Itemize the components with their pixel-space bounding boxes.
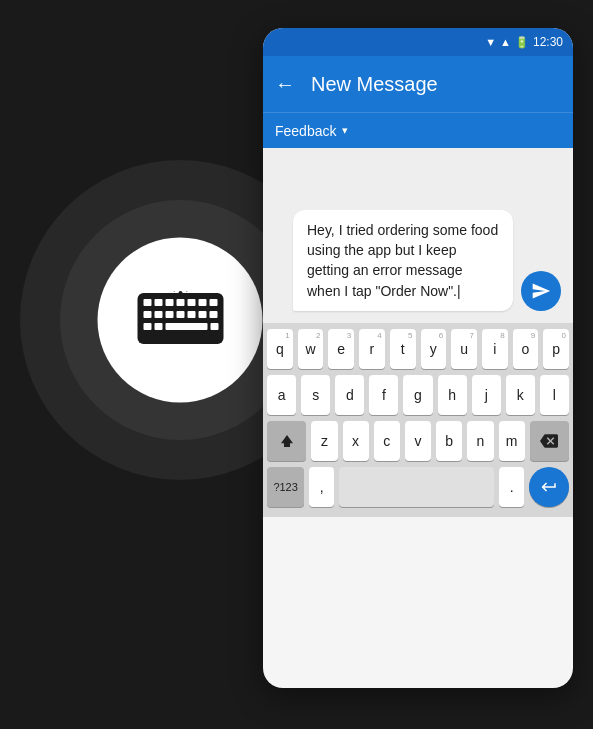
- status-time: 12:30: [533, 35, 563, 49]
- app-bar: ← New Message: [263, 56, 573, 112]
- keyboard-row-zxcv: z x c v b n m: [267, 421, 569, 461]
- send-icon: [531, 281, 551, 301]
- svg-rect-7: [209, 299, 217, 306]
- keyboard-icon: [135, 291, 225, 350]
- send-button[interactable]: [521, 271, 561, 311]
- key-i[interactable]: i8: [482, 329, 508, 369]
- svg-rect-6: [198, 299, 206, 306]
- sub-bar: Feedback ▾: [263, 112, 573, 148]
- svg-rect-11: [176, 311, 184, 318]
- svg-rect-17: [165, 323, 207, 330]
- key-u[interactable]: u7: [451, 329, 477, 369]
- svg-rect-16: [154, 323, 162, 330]
- key-y[interactable]: y6: [421, 329, 447, 369]
- key-z[interactable]: z: [311, 421, 337, 461]
- svg-rect-18: [210, 323, 218, 330]
- key-p[interactable]: p0: [543, 329, 569, 369]
- sym-key[interactable]: ?123: [267, 467, 304, 507]
- key-v[interactable]: v: [405, 421, 431, 461]
- svg-rect-13: [198, 311, 206, 318]
- back-button[interactable]: ←: [275, 73, 295, 96]
- category-label: Feedback: [275, 123, 336, 139]
- svg-rect-8: [143, 311, 151, 318]
- key-t[interactable]: t5: [390, 329, 416, 369]
- key-o[interactable]: o9: [513, 329, 539, 369]
- phone-mockup: ▼ ▲ 🔋 12:30 ← New Message Feedback ▾ Hey…: [263, 28, 573, 688]
- svg-rect-3: [165, 299, 173, 306]
- keyboard: q1 w2 e3 r4 t5 y6 u7 i8 o9 p0 a s d f g …: [263, 323, 573, 517]
- circle-inner: [98, 238, 263, 403]
- comma-key[interactable]: ,: [309, 467, 334, 507]
- key-k[interactable]: k: [506, 375, 535, 415]
- space-key[interactable]: [339, 467, 494, 507]
- svg-rect-15: [143, 323, 151, 330]
- delete-icon: [540, 432, 558, 450]
- key-w[interactable]: w2: [298, 329, 324, 369]
- svg-rect-2: [154, 299, 162, 306]
- key-c[interactable]: c: [374, 421, 400, 461]
- svg-rect-12: [187, 311, 195, 318]
- shift-key[interactable]: [267, 421, 306, 461]
- status-bar: ▼ ▲ 🔋 12:30: [263, 28, 573, 56]
- keyboard-row-bottom: ?123 , .: [267, 467, 569, 507]
- wifi-icon: ▼: [485, 36, 496, 48]
- svg-point-19: [178, 291, 182, 295]
- key-g[interactable]: g: [403, 375, 432, 415]
- key-l[interactable]: l: [540, 375, 569, 415]
- svg-rect-5: [187, 299, 195, 306]
- svg-rect-9: [154, 311, 162, 318]
- svg-rect-4: [176, 299, 184, 306]
- svg-rect-14: [209, 311, 217, 318]
- shift-icon: [278, 432, 296, 450]
- key-e[interactable]: e3: [328, 329, 354, 369]
- key-f[interactable]: f: [369, 375, 398, 415]
- status-icons: ▼ ▲ 🔋 12:30: [485, 35, 563, 49]
- enter-key[interactable]: [529, 467, 569, 507]
- message-bubble: Hey, I tried ordering some food using th…: [293, 210, 513, 311]
- key-x[interactable]: x: [343, 421, 369, 461]
- svg-rect-1: [143, 299, 151, 306]
- key-m[interactable]: m: [499, 421, 525, 461]
- signal-icon: ▲: [500, 36, 511, 48]
- delete-key[interactable]: [530, 421, 569, 461]
- key-d[interactable]: d: [335, 375, 364, 415]
- message-area: Hey, I tried ordering some food using th…: [263, 148, 573, 323]
- svg-rect-10: [165, 311, 173, 318]
- key-r[interactable]: r4: [359, 329, 385, 369]
- keyboard-row-qwerty: q1 w2 e3 r4 t5 y6 u7 i8 o9 p0: [267, 329, 569, 369]
- key-n[interactable]: n: [467, 421, 493, 461]
- dropdown-arrow-icon[interactable]: ▾: [342, 124, 348, 137]
- key-s[interactable]: s: [301, 375, 330, 415]
- app-title: New Message: [311, 73, 561, 96]
- enter-icon: [540, 478, 558, 496]
- key-b[interactable]: b: [436, 421, 462, 461]
- period-key[interactable]: .: [499, 467, 524, 507]
- battery-icon: 🔋: [515, 36, 529, 49]
- key-h[interactable]: h: [438, 375, 467, 415]
- keyboard-row-asdf: a s d f g h j k l: [267, 375, 569, 415]
- key-a[interactable]: a: [267, 375, 296, 415]
- key-j[interactable]: j: [472, 375, 501, 415]
- key-q[interactable]: q1: [267, 329, 293, 369]
